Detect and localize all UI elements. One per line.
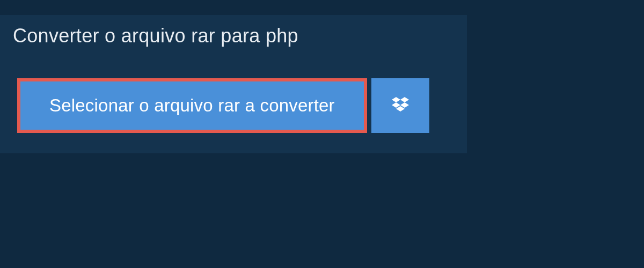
select-file-button[interactable]: Selecionar o arquivo rar a converter xyxy=(17,78,367,133)
converter-panel: Converter o arquivo rar para php Selecio… xyxy=(0,15,467,153)
page-title: Converter o arquivo rar para php xyxy=(0,15,313,57)
dropbox-icon xyxy=(390,95,411,116)
select-file-label: Selecionar o arquivo rar a converter xyxy=(49,95,335,116)
dropbox-button[interactable] xyxy=(371,78,429,133)
action-row: Selecionar o arquivo rar a converter xyxy=(17,78,467,133)
